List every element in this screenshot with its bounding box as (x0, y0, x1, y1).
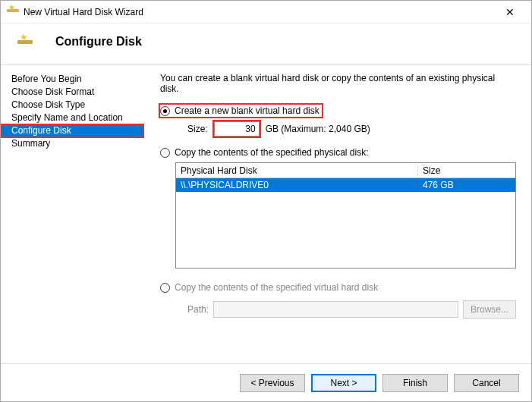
footer: < Previous Next > Finish Cancel (1, 363, 531, 401)
table-header: Physical Hard Disk Size (176, 163, 515, 178)
window-title: New Virtual Hard Disk Wizard (24, 7, 495, 17)
table-row[interactable]: \\.\PHYSICALDRIVE0 476 GB (176, 178, 515, 192)
wizard-icon (7, 6, 19, 18)
col-size: Size (418, 165, 515, 176)
titlebar: New Virtual Hard Disk Wizard ✕ (1, 1, 531, 24)
wizard-large-icon (17, 36, 33, 51)
cancel-button[interactable]: Cancel (454, 374, 519, 392)
cell-disk-size: 476 GB (418, 180, 515, 190)
step-before-you-begin[interactable]: Before You Begin (1, 73, 143, 86)
option-blank-label: Create a new blank virtual hard disk (175, 105, 320, 116)
path-input (213, 301, 458, 318)
close-icon[interactable]: ✕ (495, 2, 525, 23)
option-copy-physical-label: Copy the contents of the specified physi… (175, 147, 368, 158)
finish-button[interactable]: Finish (382, 374, 448, 392)
content-pane: You can create a blank virtual hard disk… (143, 65, 531, 369)
size-label: Size: (187, 124, 208, 134)
size-suffix: GB (Maximum: 2,040 GB) (266, 124, 370, 134)
description-text: You can create a blank virtual hard disk… (160, 73, 516, 94)
radio-icon (160, 148, 170, 158)
page-title: Configure Disk (55, 35, 142, 49)
option-copy-virtual[interactable]: Copy the contents of the specified virtu… (160, 282, 516, 293)
next-button[interactable]: Next > (311, 374, 376, 392)
cell-disk-name: \\.\PHYSICALDRIVE0 (176, 180, 418, 190)
radio-icon (160, 283, 170, 293)
step-configure-disk[interactable]: Configure Disk (1, 124, 143, 137)
browse-button: Browse... (463, 300, 516, 319)
path-label: Path: (187, 304, 209, 315)
step-specify-name-location[interactable]: Specify Name and Location (1, 111, 143, 124)
option-copy-physical[interactable]: Copy the contents of the specified physi… (160, 147, 516, 158)
header: Configure Disk (1, 24, 531, 65)
wizard-steps: Before You Begin Choose Disk Format Choo… (1, 65, 143, 369)
option-blank-disk[interactable]: Create a new blank virtual hard disk (160, 105, 516, 117)
size-input[interactable] (214, 121, 260, 137)
previous-button[interactable]: < Previous (240, 374, 305, 392)
option-copy-virtual-label: Copy the contents of the specified virtu… (175, 282, 378, 293)
col-physical-disk: Physical Hard Disk (176, 165, 418, 176)
step-summary[interactable]: Summary (1, 137, 143, 150)
step-choose-disk-format[interactable]: Choose Disk Format (1, 86, 143, 99)
radio-icon (160, 106, 170, 116)
step-choose-disk-type[interactable]: Choose Disk Type (1, 99, 143, 111)
physical-disk-table[interactable]: Physical Hard Disk Size \\.\PHYSICALDRIV… (175, 162, 516, 269)
